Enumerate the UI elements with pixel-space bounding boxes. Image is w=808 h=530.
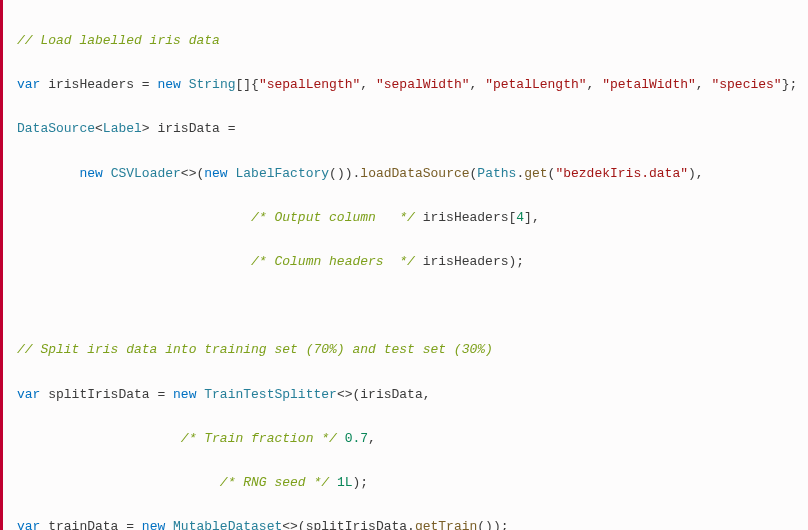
code-line: /* Output column */ irisHeaders[4], [17,207,794,229]
number: 1L [337,475,353,490]
text [17,254,251,269]
text [17,166,79,181]
text: = [220,121,236,136]
code-line: /* Train fraction */ 0.7, [17,428,794,450]
string: "sepalLength" [259,77,360,92]
type: Paths [477,166,516,181]
text [165,519,173,530]
text: = [134,77,157,92]
keyword-new: new [204,166,227,181]
string: "bezdekIris.data" [555,166,688,181]
code-line: var trainData = new MutableDataset<>(spl… [17,516,794,530]
text: <>( [181,166,204,181]
comment: /* Train fraction */ [181,431,337,446]
code-line: /* RNG seed */ 1L); [17,472,794,494]
type: Label [103,121,142,136]
type: CSVLoader [111,166,181,181]
code-line: // Split iris data into training set (70… [17,339,794,361]
number: 4 [516,210,524,225]
text: , [368,431,376,446]
text: splitIrisData = [40,387,173,402]
keyword-new: new [173,387,196,402]
text: > [142,121,158,136]
identifier: irisHeaders [48,77,134,92]
type: MutableDataset [173,519,282,530]
comment: /* Column headers */ [251,254,415,269]
type: LabelFactory [235,166,329,181]
keyword-var: var [17,77,40,92]
code-block: // Load labelled iris data var irisHeade… [0,0,808,530]
text [181,77,189,92]
comment: /* Output column */ [251,210,415,225]
string: "sepalWidth" [376,77,470,92]
keyword-var: var [17,387,40,402]
text: <>(splitIrisData. [282,519,415,530]
text [337,431,345,446]
number: 0.7 [345,431,368,446]
code-line: var irisHeaders = new String[]{"sepalLen… [17,74,794,96]
text: irisHeaders[ [415,210,516,225]
text: ); [352,475,368,490]
text [329,475,337,490]
string: "species" [711,77,781,92]
string: "petalLength" [485,77,586,92]
text: <>(irisData, [337,387,431,402]
comment: /* RNG seed */ [220,475,329,490]
text [17,431,181,446]
code-line: // Load labelled iris data [17,30,794,52]
text: ()). [329,166,360,181]
text [17,210,251,225]
identifier: irisData [157,121,219,136]
blank-line [17,295,794,317]
text: , [360,77,376,92]
text: irisHeaders); [415,254,524,269]
type: TrainTestSplitter [204,387,337,402]
code-line: var splitIrisData = new TrainTestSplitte… [17,384,794,406]
comment: // Load labelled iris data [17,33,220,48]
keyword-new: new [142,519,165,530]
code-line: DataSource<Label> irisData = [17,118,794,140]
text: , [587,77,603,92]
text: , [696,77,712,92]
keyword-new: new [157,77,180,92]
keyword-var: var [17,519,40,530]
type: String [189,77,236,92]
text: < [95,121,103,136]
text: []{ [235,77,258,92]
comment: // Split iris data into training set (70… [17,342,493,357]
text: ), [688,166,704,181]
code-line: new CSVLoader<>(new LabelFactory()).load… [17,163,794,185]
text [17,475,220,490]
string: "petalWidth" [602,77,696,92]
text: ()); [477,519,508,530]
text: ], [524,210,540,225]
text: }; [782,77,798,92]
method: getTrain [415,519,477,530]
text [103,166,111,181]
keyword-new: new [79,166,102,181]
type: DataSource [17,121,95,136]
code-line: /* Column headers */ irisHeaders); [17,251,794,273]
text: trainData = [40,519,141,530]
method: get [524,166,547,181]
method: loadDataSource [360,166,469,181]
text: , [470,77,486,92]
